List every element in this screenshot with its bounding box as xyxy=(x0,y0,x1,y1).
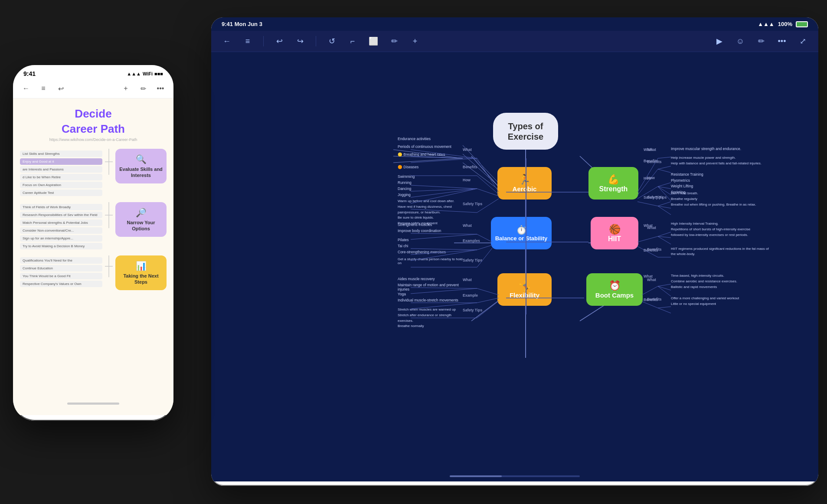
boots-what-label2: What xyxy=(644,274,653,278)
phone-steps-3: You Think Would be a Good Fit xyxy=(20,273,102,279)
strength-benefits-label2: Benefits xyxy=(644,159,658,163)
balance-ex-1: Pilates xyxy=(398,238,409,242)
battery-level: 100% xyxy=(778,21,792,27)
boots-benefits-label2: Benefits xyxy=(644,298,658,302)
emoji-icon[interactable]: ☺ xyxy=(733,34,747,48)
flex-what-2: Maintain range of motion and prevent inj… xyxy=(398,283,467,291)
flex-ex-2: Individual muscle-stretch movements xyxy=(398,298,458,302)
pen-icon[interactable]: ✏ xyxy=(137,82,149,95)
tablet-status-icons: ▲▲▲ 100% xyxy=(758,21,808,27)
phone-node-narrow: Narrow Your Options xyxy=(119,219,163,232)
flex-safety-items: Stretch when muscles are warmed up Stret… xyxy=(398,307,463,329)
aerobic-what-3: 🟡 Breathing and heart rates xyxy=(398,152,445,157)
signal-bars: ▲▲▲ xyxy=(758,21,775,27)
aerobic-how-2: Running xyxy=(398,180,412,185)
svg-line-17 xyxy=(393,158,463,163)
redo-icon[interactable]: ↪ xyxy=(293,34,307,48)
undo-icon[interactable]: ↩ xyxy=(55,82,67,95)
aerobic-what-2: Periods of continuous movement xyxy=(398,144,451,149)
aerobic-how-3: Dancing xyxy=(398,187,411,191)
aerobic-benefits-label: Benefits xyxy=(463,165,477,169)
balance-ex-3: Core-strengthening exercises xyxy=(398,250,446,254)
phone-narrow-4: Consider Non-conventional/Cre... xyxy=(20,227,102,234)
hiit-what-items: High Intensity Interval Training. Repeti… xyxy=(671,221,750,238)
phone-steps-4: Respective Company's Values or Own xyxy=(20,281,102,287)
balance-node: ⏱️ Balance or Stability xyxy=(491,217,552,249)
add-icon[interactable]: + xyxy=(120,82,132,95)
back-button[interactable]: ← xyxy=(220,34,234,48)
tablet-status-bar: 9:41 Mon Jun 3 ▲▲▲ 100% xyxy=(211,17,818,31)
flex-safety-label: Safety Tips xyxy=(463,308,482,312)
phone-device: 9:41 ▲▲▲ WiFi ■■■ ← ≡ ↩ + ✏ ••• Decide C… xyxy=(13,65,173,421)
undo-icon[interactable]: ↩ xyxy=(272,34,286,48)
tablet-scrollbar[interactable] xyxy=(450,475,580,477)
tablet-toolbar: ← ≡ ↩ ↪ ↺ ⌐ ⬜ ✏ + ▶ ☺ ✏ ••• ⤢ xyxy=(211,31,818,52)
strength-what-1: Improve muscular strength and endurance. xyxy=(671,147,741,151)
back-button[interactable]: ← xyxy=(20,82,32,95)
list-icon[interactable]: ≡ xyxy=(37,82,49,95)
boots-benefits-items: Offer a more challenging and varied work… xyxy=(671,296,739,307)
phone-status-bar: 9:41 ▲▲▲ WiFi ■■■ xyxy=(13,65,173,79)
strength-safety-label2: Safety Tips xyxy=(644,195,663,200)
aerobic-how-1: Swimming xyxy=(398,174,415,179)
phone-item-2: Enjoy and Good at it xyxy=(20,158,102,165)
phone-item-1: List Skills and Strengths xyxy=(20,151,102,157)
connector-svg-3 xyxy=(105,255,113,277)
flex-what-1: Aides muscle recovery xyxy=(398,277,435,281)
connect-icon[interactable]: ⌐ xyxy=(346,34,360,48)
balance-what-2: Improve body coordination xyxy=(398,229,441,233)
aerobic-what-1: Endurance activities xyxy=(398,137,431,141)
strength-how-label2: How xyxy=(644,176,651,180)
hiit-node: 🏀 HIIT xyxy=(591,217,638,249)
center-node: Types of Exercise xyxy=(493,113,558,150)
phone-node-evaluate: Evaluate Skills and Interests xyxy=(119,166,163,179)
more-options-icon[interactable]: ••• xyxy=(775,34,789,48)
balance-what-1: Strengthens muscles xyxy=(398,223,432,227)
wifi-icon: WiFi xyxy=(143,71,153,76)
draw-icon[interactable]: ✏ xyxy=(387,34,401,48)
phone-steps-1: Qualifications You'll Need for the xyxy=(20,257,102,264)
aerobic-benefits-1: 🟠 Diseases xyxy=(398,165,418,169)
flex-example-label: Example xyxy=(463,293,478,298)
outline-icon[interactable]: ≡ xyxy=(241,34,255,48)
pen-tool-icon[interactable]: ✏ xyxy=(754,34,768,48)
phone-steps-2: Continue Education xyxy=(20,265,102,272)
phone-doc-link: https://www.wikihow.com/Decide-on-a-Care… xyxy=(49,137,137,142)
select-icon[interactable]: ⬜ xyxy=(366,34,380,48)
aerobic-node: 🏃 Aerobic xyxy=(497,167,552,200)
aerobic-how-4: Jogging xyxy=(398,193,411,197)
signal-icon: ▲▲▲ xyxy=(127,71,141,76)
phone-time: 9:41 xyxy=(23,70,36,77)
flexibility-node: 🤸 Flexibility xyxy=(497,273,552,306)
phone-narrow-6: Try to Avoid Making a Decision B Money xyxy=(20,243,102,249)
phone-toolbar: ← ≡ ↩ + ✏ ••• xyxy=(13,79,173,98)
phone-node-steps: Taking the Next Steps xyxy=(119,273,163,285)
phone-status-icons: ▲▲▲ WiFi ■■■ xyxy=(127,71,163,76)
add-icon[interactable]: + xyxy=(408,34,422,48)
phone-narrow-5: Sign up for an internship/Appre... xyxy=(20,235,102,242)
tablet-mindmap-area: Types of Exercise 🏃 Aerobic ⏱️ Balance o… xyxy=(211,52,818,481)
balance-safety-label: Safety Tips xyxy=(463,258,482,262)
strength-what-label2: What xyxy=(644,147,653,152)
fullscreen-icon[interactable]: ⤢ xyxy=(796,34,810,48)
phone-narrow-1: Think of Fields of Work Broadly xyxy=(20,204,102,210)
connector-svg-2 xyxy=(105,202,113,228)
hiit-benefits-1: HIIT regimens produced significant reduc… xyxy=(671,246,771,257)
phone-narrow-2: Research Responsibilities of Sev within … xyxy=(20,212,102,218)
battery-icon: ■■■ xyxy=(154,71,163,76)
tablet-time: 9:41 Mon Jun 3 xyxy=(222,21,262,27)
aerobic-safety-label: Safety Tips xyxy=(463,202,482,206)
more-icon[interactable]: ••• xyxy=(154,82,167,95)
boots-what-items: Time-based, high-intensity circuits. Com… xyxy=(671,273,737,290)
play-icon[interactable]: ▶ xyxy=(713,34,726,48)
phone-home-bar xyxy=(67,403,119,405)
balance-ex-2: Tai chi xyxy=(398,244,408,248)
curved-arrow-icon[interactable]: ↺ xyxy=(325,34,339,48)
strength-node: 💪 Strength xyxy=(588,167,638,200)
hiit-what-label2: What xyxy=(644,223,653,228)
aerobic-what-label: What xyxy=(463,147,472,152)
phone-doc-title2: Career Path xyxy=(62,122,125,136)
phone-item-3: are Interests and Passions xyxy=(20,166,102,173)
tablet-device: 9:41 Mon Jun 3 ▲▲▲ 100% ← ≡ ↩ ↪ ↺ ⌐ ⬜ ✏ … xyxy=(211,17,818,486)
phone-item-4: d Like to be When Retire xyxy=(20,174,102,180)
